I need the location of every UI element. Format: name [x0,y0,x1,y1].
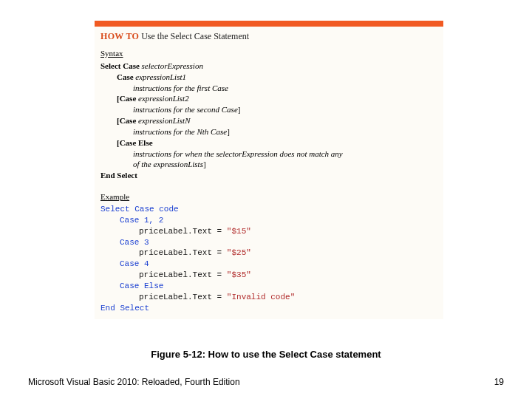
syntax-line: [Case expressionListN [100,115,437,126]
syntax-heading: Syntax [100,48,437,59]
panel-body: Syntax Select Case selectorExpression Ca… [95,48,443,319]
text: of the expressionLists [133,160,203,168]
panel-header: HOW TO Use the Select Case Statement [95,27,443,45]
string-literal: "$25" [227,248,251,257]
bracket-close: ] [203,160,206,168]
bracket-close: ] [227,127,230,136]
code-line: Case 4 [100,259,437,270]
code-text: priceLabel.Text = [139,270,227,279]
figure-caption: Figure 5-12: How to use the Select Case … [0,349,532,360]
code-line: Case Else [100,281,437,292]
text: instructions for the Nth Case [133,127,227,136]
code-line: priceLabel.Text = "$25" [100,248,437,259]
kw-select-case: Select Case [100,61,142,70]
syntax-line: [Case expressionList2 [100,93,437,104]
howto-label: HOW TO [100,31,139,41]
string-literal: "$15" [227,227,251,236]
syntax-instruction: instructions for when the selectorExpres… [100,149,437,160]
bracket-close: ] [238,105,241,114]
example-heading: Example [100,191,437,202]
spacer [100,181,437,187]
string-literal: "$35" [227,270,251,279]
expression-list-n: expressionListN [138,116,191,125]
code-line: Case 1, 2 [100,215,437,226]
syntax-instruction: instructions for the second Case] [100,104,437,115]
footer: Microsoft Visual Basic 2010: Reloaded, F… [28,377,504,387]
code-text: priceLabel.Text = [139,248,227,257]
code-line: priceLabel.Text = "Invalid code" [100,292,437,303]
code-text: priceLabel.Text = [139,293,227,301]
text: instructions for the second Case [133,105,238,114]
selector-expression: selectorExpression [142,61,203,70]
kw-case: Case [117,72,135,81]
howto-panel: HOW TO Use the Select Case Statement Syn… [95,21,443,319]
code-block: Select Case code Case 1, 2 priceLabel.Te… [100,204,437,313]
syntax-line: Select Case selectorExpression [100,61,437,72]
code-line: Case 3 [100,237,437,248]
string-literal: "Invalid code" [227,293,295,301]
code-text: priceLabel.Text = [139,227,227,236]
book-title: Microsoft Visual Basic 2010: Reloaded, F… [28,377,240,387]
syntax-line: Case expressionList1 [100,72,437,83]
syntax-instruction: instructions for the first Case [100,83,437,94]
kw-case-optional: [Case [117,116,138,125]
kw-end-select: End Select [100,170,437,181]
code-line: priceLabel.Text = "$15" [100,226,437,237]
kw-case-else: [Case Else [100,137,437,149]
code-line: End Select [100,303,437,314]
howto-title: Use the Select Case Statement [141,31,249,41]
code-line: priceLabel.Text = "$35" [100,270,437,281]
syntax-instruction: instructions for the Nth Case] [100,126,437,137]
code-line: Select Case code [100,204,437,215]
expression-list-2: expressionList2 [138,94,189,103]
page-number: 19 [494,377,504,387]
accent-bar [95,21,443,27]
expression-list-1: expressionList1 [135,72,186,81]
kw-case-optional: [Case [117,94,138,103]
syntax-instruction: of the expressionLists] [100,159,437,170]
